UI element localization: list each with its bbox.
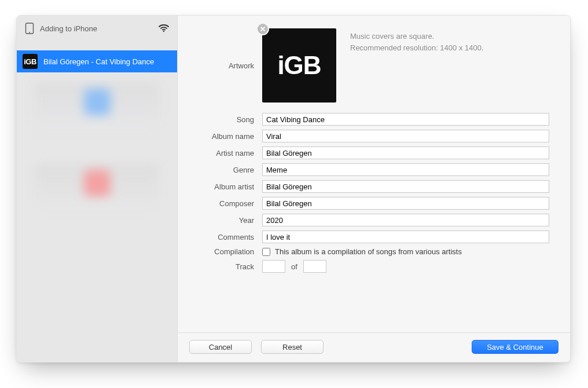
artwork-image[interactable]: iGB	[262, 28, 336, 103]
track-total-input[interactable]	[303, 260, 326, 273]
cancel-button[interactable]: Cancel	[189, 340, 252, 354]
sidebar-background	[34, 83, 160, 352]
list-item[interactable]: iGB Bilal Göregen - Cat Vibing Dance	[17, 50, 177, 72]
track-thumb-icon: iGB	[23, 54, 38, 69]
year-input[interactable]	[262, 214, 549, 226]
genre-input[interactable]	[262, 163, 549, 176]
main-panel: Artwork iGB Music covers are square. Rec…	[178, 16, 570, 362]
track-number-input[interactable]	[262, 260, 285, 273]
device-icon	[25, 23, 34, 34]
svg-point-1	[29, 32, 30, 33]
sidebar: Adding to iPhone iGB Bilal Göregen - Cat	[17, 16, 178, 362]
form-area: Artwork iGB Music covers are square. Rec…	[178, 16, 570, 332]
song-input[interactable]	[262, 113, 549, 126]
track-of-label: of	[291, 262, 297, 271]
album-artist-input[interactable]	[262, 180, 549, 193]
artwork-label: Artwork	[199, 61, 262, 70]
remove-artwork-button[interactable]	[256, 23, 269, 35]
track-name: Bilal Göregen - Cat Vibing Dance	[43, 57, 154, 66]
year-label: Year	[199, 216, 262, 225]
song-label: Song	[199, 115, 262, 124]
compilation-label: Compilation	[199, 247, 262, 256]
compilation-checkbox[interactable]	[262, 248, 270, 256]
footer: Cancel Reset Save & Continue	[178, 332, 570, 362]
wifi-icon	[159, 24, 169, 32]
compilation-checkbox-label: This album is a compilation of songs fro…	[275, 247, 462, 256]
track-list: iGB Bilal Göregen - Cat Vibing Dance	[17, 50, 177, 72]
svg-point-2	[163, 31, 164, 32]
composer-label: Composer	[199, 199, 262, 208]
album-name-input[interactable]	[262, 130, 549, 142]
artist-name-label: Artist name	[199, 149, 262, 158]
artwork-logo-text: iGB	[277, 51, 321, 80]
artwork-hint-line: Recommended resolution: 1400 x 1400.	[350, 42, 484, 54]
comments-input[interactable]	[262, 230, 549, 243]
album-name-label: Album name	[199, 132, 262, 141]
album-artist-label: Album artist	[199, 182, 262, 191]
app-window: Adding to iPhone iGB Bilal Göregen - Cat	[16, 15, 571, 363]
comments-label: Comments	[199, 233, 262, 241]
artwork-hint: Music covers are square. Recommended res…	[350, 28, 484, 53]
sidebar-status-text: Adding to iPhone	[34, 24, 159, 33]
composer-input[interactable]	[262, 197, 549, 210]
sidebar-header: Adding to iPhone	[17, 16, 177, 39]
track-label: Track	[199, 262, 262, 271]
genre-label: Genre	[199, 166, 262, 174]
artist-name-input[interactable]	[262, 147, 549, 159]
artwork-row: Artwork iGB Music covers are square. Rec…	[199, 28, 549, 103]
artwork-hint-line: Music covers are square.	[350, 31, 484, 42]
save-continue-button[interactable]: Save & Continue	[472, 340, 558, 354]
reset-button[interactable]: Reset	[261, 340, 324, 354]
